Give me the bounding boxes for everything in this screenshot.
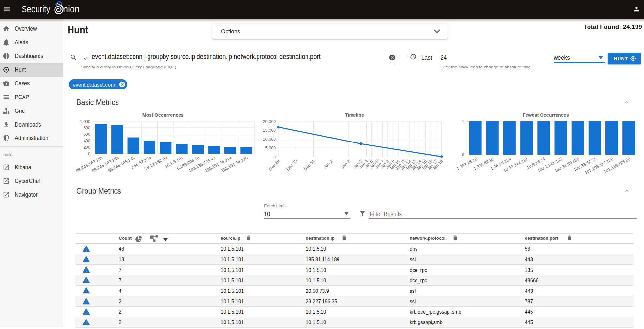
svg-text:0: 0 bbox=[274, 155, 276, 159]
svg-text:Dec 31: Dec 31 bbox=[303, 159, 316, 172]
svg-text:10,000: 10,000 bbox=[263, 137, 276, 142]
svg-text:1,000: 1,000 bbox=[80, 119, 90, 124]
svg-text:101.108.117.128: 101.108.117.128 bbox=[584, 157, 614, 175]
svg-text:Jan 1: Jan 1 bbox=[322, 159, 333, 170]
svg-text:0: 0 bbox=[88, 151, 90, 156]
svg-text:15,000: 15,000 bbox=[263, 128, 276, 133]
svg-text:20,000: 20,000 bbox=[263, 119, 276, 124]
svg-text:Jan 2: Jan 2 bbox=[340, 159, 351, 170]
svg-text:600: 600 bbox=[83, 132, 90, 137]
svg-text:Most Occurrences: Most Occurrences bbox=[142, 112, 184, 118]
svg-text:800: 800 bbox=[83, 125, 90, 130]
svg-text:0: 0 bbox=[462, 152, 464, 157]
svg-text:Timeline: Timeline bbox=[345, 112, 364, 118]
svg-text:Fewest Occurrences: Fewest Occurrences bbox=[523, 112, 569, 118]
svg-text:89.248.163.155: 89.248.163.155 bbox=[75, 155, 103, 173]
svg-text:5,000: 5,000 bbox=[265, 145, 276, 150]
svg-text:400: 400 bbox=[83, 138, 90, 143]
svg-text:1: 1 bbox=[462, 119, 464, 124]
svg-text:Dec 30: Dec 30 bbox=[285, 159, 298, 172]
svg-text:Dec 29: Dec 29 bbox=[268, 159, 281, 172]
svg-text:200: 200 bbox=[83, 145, 90, 150]
